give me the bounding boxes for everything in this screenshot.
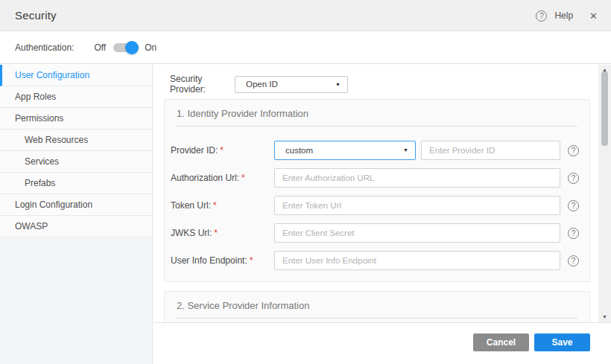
- required-marker: *: [213, 200, 217, 211]
- security-provider-value: Open ID: [246, 80, 278, 89]
- sidebar-item-owasp[interactable]: OWASP: [0, 216, 152, 237]
- provider-id-label: Provider ID:*: [171, 145, 274, 156]
- footer: Cancel Save: [153, 322, 611, 364]
- help-icon[interactable]: ?: [536, 10, 547, 22]
- section-divider: [177, 126, 577, 127]
- security-dialog: Security ? Help ✕ Authentication: Off On…: [0, 0, 611, 364]
- help-link[interactable]: Help: [554, 10, 573, 21]
- user-info-endpoint-input[interactable]: [274, 251, 560, 270]
- required-marker: *: [214, 228, 218, 238]
- provider-id-select[interactable]: custom ▼: [274, 141, 416, 160]
- sidebar-item-app-roles[interactable]: App Roles: [0, 86, 152, 108]
- token-url-label: Token Url:*: [171, 200, 274, 211]
- sidebar-item-web-resources[interactable]: Web Resources: [0, 130, 152, 151]
- sidebar-item-user-configuration[interactable]: User Configuration: [0, 65, 152, 86]
- chevron-down-icon: ▼: [403, 141, 408, 159]
- titlebar: Security ? Help ✕: [0, 0, 611, 31]
- token-url-row: Token Url:* ?: [171, 196, 580, 215]
- sidebar-item-services[interactable]: Services: [0, 151, 152, 173]
- identity-provider-section: 1. Identity Provider Information Provide…: [164, 99, 590, 282]
- user-info-endpoint-label: User Info Endpoint:*: [171, 255, 274, 266]
- sidebar-item-prefabs[interactable]: Prefabs: [0, 173, 152, 194]
- jwks-url-input[interactable]: [274, 223, 560, 243]
- field-help-icon[interactable]: ?: [568, 145, 579, 156]
- section-title: 1. Identity Provider Information: [165, 100, 589, 119]
- close-icon[interactable]: ✕: [589, 10, 598, 22]
- sidebar-item-permissions[interactable]: Permissions: [0, 108, 152, 130]
- scroll-area: Security Provider: Open ID ▼ 1. Identity…: [153, 65, 598, 322]
- authorization-url-label: Authorization Url:*: [171, 173, 274, 183]
- security-provider-label: Security Provider:: [170, 74, 235, 95]
- provider-id-select-value: custom: [285, 146, 313, 155]
- cancel-button[interactable]: Cancel: [473, 333, 529, 351]
- toggle-off-label: Off: [94, 42, 106, 53]
- save-button[interactable]: Save: [534, 333, 590, 351]
- token-url-input[interactable]: [274, 196, 560, 215]
- sidebar-item-login-configuration[interactable]: Login Configuration: [0, 194, 152, 216]
- provider-id-row: Provider ID:* custom ▼ ?: [171, 141, 580, 160]
- user-info-endpoint-row: User Info Endpoint:* ?: [171, 251, 580, 270]
- scrollbar-thumb[interactable]: [601, 71, 608, 146]
- page-title: Security: [15, 9, 57, 22]
- scroll-down-icon[interactable]: ▼: [598, 313, 611, 322]
- authorization-url-input[interactable]: [274, 168, 560, 188]
- content-area: Security Provider: Open ID ▼ 1. Identity…: [153, 65, 611, 364]
- vertical-scrollbar[interactable]: ▲ ▼: [598, 65, 611, 322]
- field-help-icon[interactable]: ?: [568, 173, 579, 184]
- required-marker: *: [250, 255, 253, 266]
- jwks-url-row: JWKS Url:* ?: [171, 223, 580, 243]
- field-help-icon[interactable]: ?: [568, 200, 579, 211]
- sidebar: User Configuration App Roles Permissions…: [0, 65, 153, 364]
- toggle-knob: [125, 41, 139, 54]
- authorization-url-row: Authorization Url:* ?: [171, 168, 580, 188]
- authentication-toggle[interactable]: [113, 41, 137, 54]
- field-help-icon[interactable]: ?: [568, 228, 579, 239]
- jwks-url-label: JWKS Url:*: [171, 228, 274, 238]
- chevron-down-icon: ▼: [335, 77, 341, 92]
- section-divider: [177, 318, 577, 319]
- field-help-icon[interactable]: ?: [568, 255, 579, 266]
- service-provider-section: 2. Service Provider Information: [164, 291, 590, 322]
- security-provider-select[interactable]: Open ID ▼: [235, 76, 348, 93]
- required-marker: *: [220, 145, 224, 156]
- authentication-row: Authentication: Off On: [0, 32, 611, 64]
- toggle-on-label: On: [145, 42, 156, 53]
- authentication-label: Authentication:: [15, 42, 74, 53]
- required-marker: *: [241, 173, 245, 183]
- section-title: 2. Service Provider Information: [165, 292, 589, 311]
- security-provider-row: Security Provider: Open ID ▼: [170, 74, 348, 95]
- provider-id-input[interactable]: [421, 141, 560, 160]
